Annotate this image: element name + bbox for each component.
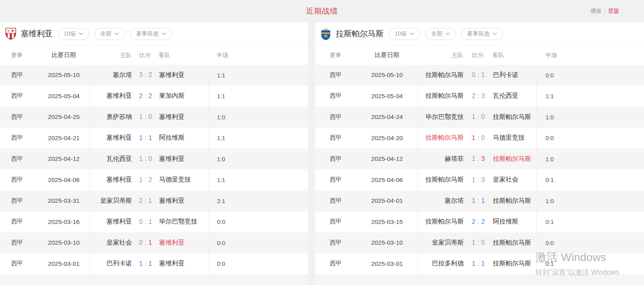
match-row[interactable]: 西甲2025-04-25奥萨苏纳1:0塞维利亚1:0 bbox=[0, 107, 308, 128]
halftime-cell: 1:1 bbox=[536, 86, 644, 107]
match-cell: 塞维利亚2:2莱加内斯 bbox=[90, 86, 209, 107]
halftime-cell: 0:1 bbox=[536, 253, 644, 275]
date-cell: 2025-03-15 bbox=[357, 218, 417, 226]
match-row[interactable]: 西甲2025-05-04拉斯帕尔马斯2:3瓦伦西亚1:1 bbox=[315, 86, 644, 107]
match-row[interactable]: 西甲2025-04-24毕尔巴鄂竞技1:0拉斯帕尔马斯1:0 bbox=[315, 107, 644, 128]
home-score: 2 bbox=[472, 93, 475, 99]
score-colon: : bbox=[475, 93, 481, 99]
home-team: 塞维利亚 bbox=[90, 134, 132, 142]
score: 0:1 bbox=[132, 218, 159, 226]
match-row[interactable]: 西甲2025-03-16塞维利亚0:1毕尔巴鄂竞技0:0 bbox=[0, 212, 308, 233]
match-row[interactable]: 西甲2025-04-12瓦伦西亚1:0塞维利亚1:0 bbox=[0, 148, 308, 170]
match-row-partial bbox=[0, 274, 308, 285]
home-score: 1 bbox=[139, 113, 143, 120]
away-team: 拉斯帕尔马斯 bbox=[493, 239, 536, 247]
away-score: 1 bbox=[148, 260, 152, 267]
venue-filter-dropdown[interactable]: 全部 bbox=[95, 28, 125, 40]
match-row[interactable]: 西甲2025-04-12赫塔菲1:3拉斯帕尔马斯1:0 bbox=[315, 148, 644, 170]
match-row[interactable]: 西甲2025-03-10皇家社会0:1塞维利亚0:0 bbox=[0, 232, 308, 253]
range-filter-label: 10场 bbox=[395, 30, 407, 38]
match-row[interactable]: 西甲2025-03-15拉斯帕尔马斯2:2阿拉维斯0:1 bbox=[315, 212, 644, 233]
las-palmas-crest-icon bbox=[320, 28, 331, 40]
halftime-cell: 2:1 bbox=[209, 190, 308, 212]
date-cell: 2025-05-10 bbox=[357, 71, 417, 79]
league-cell: 西甲 bbox=[0, 260, 38, 267]
score: 1:3 bbox=[464, 155, 493, 162]
away-score: 1 bbox=[481, 197, 485, 204]
layout-vertical-link[interactable]: 竖版 bbox=[608, 8, 619, 15]
score-colon: : bbox=[475, 113, 481, 120]
away-score: 3 bbox=[481, 155, 485, 162]
col-home: 主队 bbox=[417, 51, 463, 59]
score: 2:2 bbox=[132, 93, 159, 100]
venue-filter-dropdown[interactable]: 全部 bbox=[425, 28, 456, 40]
range-filter-dropdown[interactable]: 10场 bbox=[389, 28, 420, 40]
match-row[interactable]: 西甲2025-05-10塞尔塔3:2塞维利亚1:1 bbox=[0, 65, 308, 86]
league-cell: 西甲 bbox=[0, 176, 38, 184]
match-cell: 皇家社会0:1塞维利亚 bbox=[90, 232, 209, 253]
match-row[interactable]: 西甲2025-04-01塞尔塔1:1拉斯帕尔马斯1:0 bbox=[315, 190, 644, 212]
away-team: 皇家社会 bbox=[493, 176, 536, 184]
score-colon: : bbox=[143, 155, 148, 162]
match-row[interactable]: 西甲2025-04-21塞维利亚1:1阿拉维斯1:1 bbox=[0, 128, 308, 149]
match-row[interactable]: 西甲2025-03-31皇家贝蒂斯2:1塞维利亚2:1 bbox=[0, 190, 308, 212]
home-score: 1 bbox=[472, 155, 475, 162]
col-away: 客队 bbox=[492, 51, 536, 59]
home-score: 1 bbox=[472, 176, 475, 183]
score: 1:0 bbox=[464, 135, 493, 142]
date-cell: 2025-04-12 bbox=[38, 155, 90, 162]
home-team: 皇家社会 bbox=[90, 239, 132, 247]
layout-horizontal-link[interactable]: 横板 bbox=[591, 8, 602, 15]
halftime-cell: 1:0 bbox=[209, 148, 308, 170]
match-cell: 皇家贝蒂斯2:1塞维利亚 bbox=[90, 190, 209, 212]
range-filter-dropdown[interactable]: 10场 bbox=[58, 28, 89, 40]
date-cell: 2025-03-01 bbox=[38, 260, 90, 267]
league-cell: 西甲 bbox=[315, 113, 357, 121]
match-row[interactable]: 西甲2025-04-06塞维利亚1:2马德里竞技1:1 bbox=[0, 170, 308, 191]
date-cell: 2025-05-04 bbox=[38, 93, 90, 100]
team-header: 塞维利亚 10场 全部 赛事筛选 bbox=[0, 22, 308, 46]
score: 1:0 bbox=[132, 155, 159, 162]
league-cell: 西甲 bbox=[315, 218, 357, 226]
league-cell: 西甲 bbox=[0, 218, 38, 226]
score: 1:2 bbox=[132, 176, 159, 184]
match-row[interactable]: 西甲2025-03-01巴拉多利德1:1拉斯帕尔马斯0:1 bbox=[315, 253, 644, 275]
score-colon: : bbox=[143, 93, 148, 99]
score: 1:1 bbox=[464, 260, 493, 267]
away-score: 0 bbox=[481, 135, 485, 141]
score-colon: : bbox=[475, 260, 481, 267]
match-row[interactable]: 西甲2025-04-06拉斯帕尔马斯1:3皇家社会0:1 bbox=[315, 170, 644, 191]
match-row[interactable]: 西甲2025-03-10皇家贝蒂斯1:0拉斯帕尔马斯0:0 bbox=[315, 232, 644, 253]
halftime-cell: 0:0 bbox=[536, 232, 644, 253]
score-colon: : bbox=[475, 197, 481, 204]
away-score: 2 bbox=[481, 218, 485, 225]
date-cell: 2025-04-12 bbox=[357, 155, 417, 162]
competition-filter-dropdown[interactable]: 赛事筛选 bbox=[461, 28, 503, 40]
home-team: 塞尔塔 bbox=[418, 197, 464, 205]
home-score: 0 bbox=[472, 71, 475, 78]
match-row[interactable]: 西甲2025-04-20拉斯帕尔马斯1:0马德里竞技0:0 bbox=[315, 128, 644, 149]
away-score: 1 bbox=[148, 197, 152, 204]
halftime-cell: 1:1 bbox=[209, 65, 308, 86]
match-row[interactable]: 西甲2025-03-01巴列卡诺1:1塞维利亚0:0 bbox=[0, 253, 308, 275]
score-colon: : bbox=[475, 239, 481, 246]
home-team: 巴拉多利德 bbox=[418, 259, 464, 268]
halftime-cell: 1:1 bbox=[209, 128, 308, 149]
match-row[interactable]: 西甲2025-05-04塞维利亚2:2莱加内斯1:1 bbox=[0, 86, 308, 107]
match-cell: 塞尔塔3:2塞维利亚 bbox=[90, 65, 209, 86]
home-team: 赫塔菲 bbox=[418, 155, 464, 163]
match-cell: 拉斯帕尔马斯1:0马德里竞技 bbox=[417, 128, 536, 149]
halftime-cell: 0:0 bbox=[536, 128, 644, 149]
match-row[interactable]: 西甲2025-05-10拉斯帕尔马斯0:1巴列卡诺0:0 bbox=[315, 65, 644, 86]
away-team: 莱加内斯 bbox=[159, 92, 209, 100]
away-score: 2 bbox=[148, 93, 152, 99]
halftime-cell: 1:0 bbox=[536, 107, 644, 128]
col-half: 半场 bbox=[209, 46, 308, 65]
competition-filter-dropdown[interactable]: 赛事筛选 bbox=[130, 28, 172, 40]
score-colon: : bbox=[143, 260, 148, 267]
competition-filter-label: 赛事筛选 bbox=[467, 30, 490, 38]
date-cell: 2025-04-06 bbox=[38, 176, 90, 184]
home-score: 2 bbox=[139, 93, 143, 99]
panel-sevilla: 塞维利亚 10场 全部 赛事筛选 赛事 比赛日期 主队 bbox=[0, 22, 308, 285]
score-colon: : bbox=[475, 218, 481, 225]
